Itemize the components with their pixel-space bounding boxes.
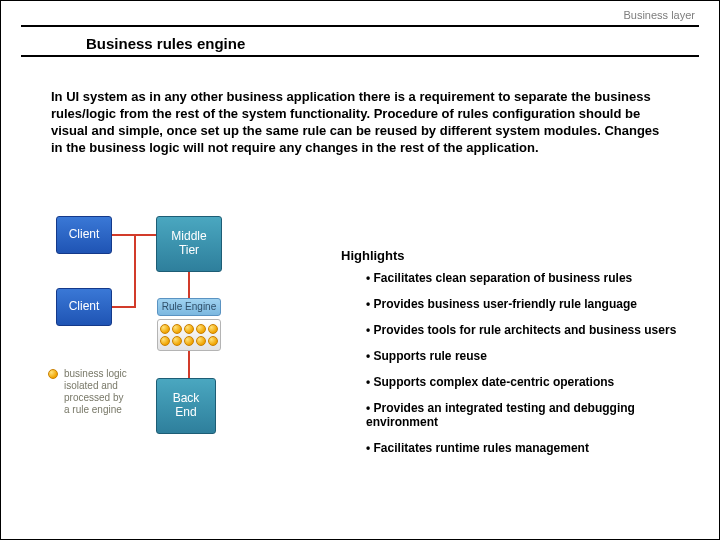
connector	[188, 351, 190, 378]
highlight-item: • Supports complex date-centric operatio…	[366, 375, 689, 389]
diagram-legend: business logic isolated and processed by…	[48, 368, 153, 416]
highlight-item: • Facilitates clean separation of busine…	[366, 271, 689, 285]
connector	[188, 272, 190, 298]
highlight-item: • Provides tools for rule architects and…	[366, 323, 689, 337]
header-rule	[21, 25, 699, 27]
legend-dot-icon	[48, 369, 58, 379]
rule-engine-block: Rule Engine	[157, 298, 221, 316]
middle-tier-block: Middle Tier	[156, 216, 222, 272]
back-end-block: Back End	[156, 378, 216, 434]
highlight-item: • Facilitates runtime rules management	[366, 441, 689, 455]
client-block-1: Client	[56, 216, 112, 254]
highlight-item: • Provides an integrated testing and deb…	[366, 401, 689, 429]
highlights-title: Highlights	[341, 248, 405, 263]
client-block-2: Client	[56, 288, 112, 326]
connector	[134, 234, 136, 308]
highlight-item: • Provides business user-friendly rule l…	[366, 297, 689, 311]
ball-grid	[160, 324, 218, 346]
architecture-diagram: Client Middle Tier Client Rule Engine Ba…	[56, 216, 306, 476]
header-section-label: Business layer	[623, 9, 695, 21]
legend-text: business logic isolated and processed by…	[64, 368, 127, 416]
highlights-list: • Facilitates clean separation of busine…	[366, 271, 689, 467]
connector	[112, 306, 134, 308]
slide-title: Business rules engine	[86, 35, 245, 52]
slide: Business layer Business rules engine In …	[0, 0, 720, 540]
rules-repository-block	[157, 319, 221, 351]
body-paragraph: In UI system as in any other business ap…	[51, 89, 669, 157]
highlight-item: • Supports rule reuse	[366, 349, 689, 363]
title-rule	[21, 55, 699, 57]
